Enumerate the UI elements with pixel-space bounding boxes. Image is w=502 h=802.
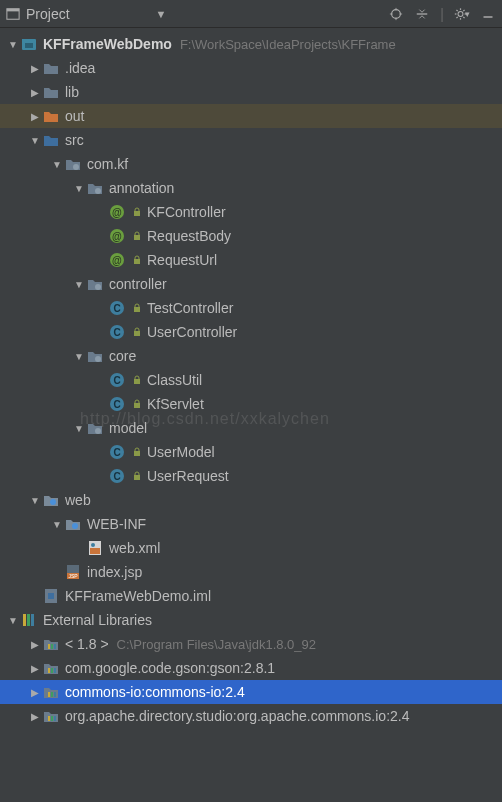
expand-arrow-icon[interactable] <box>28 495 42 506</box>
class-icon: C <box>108 443 126 461</box>
folder-src[interactable]: src <box>0 128 502 152</box>
expand-arrow-icon[interactable] <box>28 639 42 650</box>
expand-arrow-icon[interactable] <box>28 663 42 674</box>
file-iml[interactable]: KFFrameWebDemo.iml <box>0 584 502 608</box>
target-icon[interactable] <box>388 6 404 22</box>
expand-arrow-icon[interactable] <box>28 111 42 122</box>
iml-icon <box>42 587 60 605</box>
toolbar-title[interactable]: Project <box>26 6 70 22</box>
svg-point-22 <box>95 188 101 194</box>
tree-item-label: lib <box>65 84 79 100</box>
svg-rect-56 <box>90 548 100 554</box>
svg-rect-63 <box>23 614 26 626</box>
svg-text:@: @ <box>112 255 122 266</box>
expand-arrow-icon[interactable] <box>6 39 20 50</box>
svg-text:C: C <box>113 471 120 482</box>
svg-text:C: C <box>113 303 120 314</box>
anno-icon: @ <box>108 203 126 221</box>
lib-gson[interactable]: com.google.code.gson:gson:2.8.1 <box>0 656 502 680</box>
class-classutil[interactable]: CClassUtil <box>0 368 502 392</box>
pkg-controller[interactable]: controller <box>0 272 502 296</box>
folder-icon <box>42 59 60 77</box>
chevron-down-icon[interactable]: ▼ <box>156 8 167 20</box>
svg-rect-68 <box>54 644 56 649</box>
expand-arrow-icon[interactable] <box>72 423 86 434</box>
folder-lib[interactable]: lib <box>0 80 502 104</box>
folder-icon <box>42 83 60 101</box>
class-requesturl[interactable]: @RequestUrl <box>0 248 502 272</box>
svg-rect-73 <box>51 692 53 697</box>
expand-arrow-icon[interactable] <box>6 615 20 626</box>
lib-icon <box>42 683 60 701</box>
hide-icon[interactable] <box>480 6 496 22</box>
class-kfcontroller[interactable]: @KFController <box>0 200 502 224</box>
tree-item-label: KFFrameWebDemo.iml <box>65 588 211 604</box>
tree-item-label: web <box>65 492 91 508</box>
tree-item-label: .idea <box>65 60 95 76</box>
svg-rect-35 <box>134 307 140 312</box>
module-icon <box>20 35 38 53</box>
lock-icon <box>131 230 143 242</box>
expand-arrow-icon[interactable] <box>28 135 42 146</box>
lib-jdk[interactable]: < 1.8 >C:\Program Files\Java\jdk1.8.0_92 <box>0 632 502 656</box>
class-requestbody[interactable]: @RequestBody <box>0 224 502 248</box>
package-icon <box>86 275 104 293</box>
folder-web-icon <box>42 491 60 509</box>
class-usercontroller[interactable]: CUserController <box>0 320 502 344</box>
tree-item-path: C:\Program Files\Java\jdk1.8.0_92 <box>117 637 316 652</box>
svg-rect-45 <box>134 403 140 408</box>
expand-arrow-icon[interactable] <box>28 87 42 98</box>
lock-icon <box>131 398 143 410</box>
svg-rect-42 <box>134 379 140 384</box>
package-icon <box>86 419 104 437</box>
expand-arrow-icon[interactable] <box>72 351 86 362</box>
expand-arrow-icon[interactable] <box>28 687 42 698</box>
file-webxml[interactable]: web.xml <box>0 536 502 560</box>
tree-item-label: External Libraries <box>43 612 152 628</box>
pkg-model[interactable]: model <box>0 416 502 440</box>
folder-webinf[interactable]: WEB-INF <box>0 512 502 536</box>
anno-icon: @ <box>108 251 126 269</box>
lock-icon <box>131 446 143 458</box>
class-userrequest[interactable]: CUserRequest <box>0 464 502 488</box>
file-indexjsp[interactable]: JSPindex.jsp <box>0 560 502 584</box>
pkg-annotation[interactable]: annotation <box>0 176 502 200</box>
folder-idea[interactable]: .idea <box>0 56 502 80</box>
svg-point-8 <box>458 11 463 16</box>
svg-text:C: C <box>113 447 120 458</box>
svg-rect-31 <box>134 259 140 264</box>
class-usermodel[interactable]: CUserModel <box>0 440 502 464</box>
expand-arrow-icon[interactable] <box>28 711 42 722</box>
tree-item-label: RequestBody <box>147 228 231 244</box>
lib-commons-io[interactable]: commons-io:commons-io:2.4 <box>0 680 502 704</box>
gear-icon[interactable]: ▾ <box>454 6 470 22</box>
expand-arrow-icon[interactable] <box>72 279 86 290</box>
svg-rect-19 <box>22 39 29 42</box>
svg-rect-75 <box>48 716 50 721</box>
pkg-core[interactable]: core <box>0 344 502 368</box>
collapse-icon[interactable] <box>414 6 430 22</box>
expand-arrow-icon[interactable] <box>50 519 64 530</box>
expand-arrow-icon[interactable] <box>50 159 64 170</box>
folder-out[interactable]: out <box>0 104 502 128</box>
xml-icon <box>86 539 104 557</box>
project-root[interactable]: KFFrameWebDemoF:\WorkSpace\IdeaProjects\… <box>0 32 502 56</box>
lock-icon <box>131 302 143 314</box>
tree-item-label: TestController <box>147 300 233 316</box>
lib-apache-commons-io[interactable]: org.apache.directory.studio:org.apache.c… <box>0 704 502 728</box>
class-icon: C <box>108 395 126 413</box>
class-kfservlet[interactable]: CKfServlet <box>0 392 502 416</box>
tree-item-label: out <box>65 108 84 124</box>
pkg-com-kf[interactable]: com.kf <box>0 152 502 176</box>
toolbar-divider: | <box>440 6 444 22</box>
tree-item-label: controller <box>109 276 167 292</box>
svg-text:C: C <box>113 375 120 386</box>
svg-text:C: C <box>113 399 120 410</box>
external-libraries[interactable]: External Libraries <box>0 608 502 632</box>
project-tree[interactable]: KFFrameWebDemoF:\WorkSpace\IdeaProjects\… <box>0 28 502 728</box>
folder-web[interactable]: web <box>0 488 502 512</box>
expand-arrow-icon[interactable] <box>72 183 86 194</box>
class-testcontroller[interactable]: CTestController <box>0 296 502 320</box>
svg-rect-1 <box>7 8 19 11</box>
expand-arrow-icon[interactable] <box>28 63 42 74</box>
